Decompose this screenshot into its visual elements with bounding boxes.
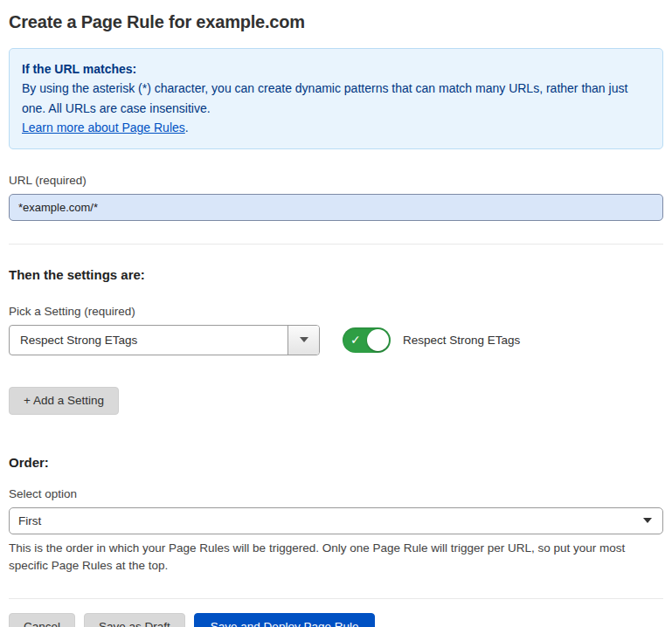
page-title: Create a Page Rule for example.com (9, 12, 663, 32)
order-help-text: This is the order in which your Page Rul… (9, 540, 660, 576)
info-link-period: . (185, 121, 189, 134)
dropdown-arrow-icon (300, 337, 308, 342)
order-select-label: Select option (9, 487, 663, 500)
action-bar: Cancel Save as Draft Save and Deploy Pag… (9, 613, 663, 627)
section-divider-top (9, 244, 663, 245)
order-select[interactable]: First (9, 507, 663, 534)
setting-dropdown[interactable]: Respect Strong ETags (9, 325, 320, 355)
setting-dropdown-value: Respect Strong ETags (10, 326, 288, 355)
etags-toggle[interactable]: ✓ (343, 327, 391, 353)
url-label: URL (required) (9, 174, 663, 187)
info-box-body: By using the asterisk (*) character, you… (22, 79, 650, 118)
learn-more-link[interactable]: Learn more about Page Rules (22, 121, 185, 134)
info-box-heading: If the URL matches: (22, 59, 650, 79)
cancel-button[interactable]: Cancel (9, 613, 75, 627)
setting-row: Respect Strong ETags ✓ Respect Strong ET… (9, 325, 663, 355)
url-match-info-box: If the URL matches: By using the asteris… (9, 48, 663, 149)
order-select-value: First (18, 514, 41, 527)
save-deploy-button[interactable]: Save and Deploy Page Rule (194, 613, 376, 627)
settings-heading: Then the settings are: (9, 267, 663, 282)
toggle-check-icon: ✓ (350, 333, 361, 347)
chevron-down-icon (643, 518, 652, 523)
section-divider-bottom (9, 598, 663, 599)
order-heading: Order: (9, 455, 663, 470)
add-setting-button[interactable]: + Add a Setting (9, 387, 119, 415)
info-link-row: Learn more about Page Rules. (22, 118, 650, 137)
setting-dropdown-button[interactable] (288, 326, 319, 355)
save-draft-button[interactable]: Save as Draft (84, 613, 185, 627)
pick-setting-label: Pick a Setting (required) (9, 305, 663, 318)
toggle-knob (367, 329, 389, 351)
toggle-label: Respect Strong ETags (403, 334, 520, 347)
url-input[interactable] (9, 194, 663, 221)
